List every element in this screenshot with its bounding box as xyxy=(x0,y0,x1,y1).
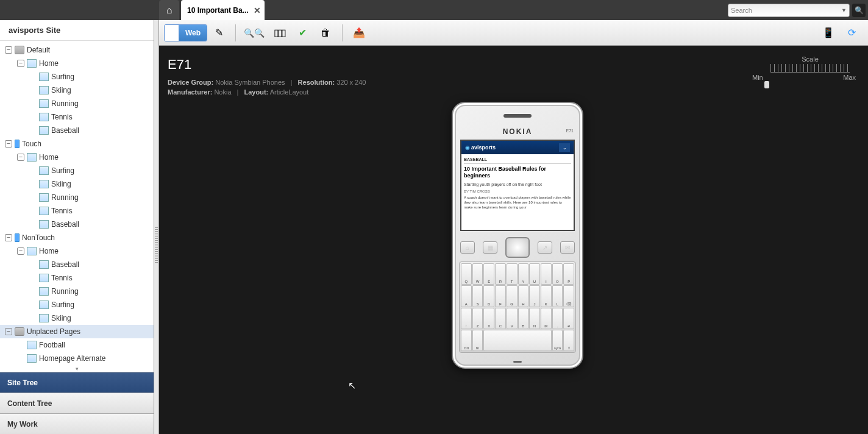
tree-label: Football xyxy=(39,341,65,349)
search-input[interactable]: Search ▼ xyxy=(728,4,850,17)
site-brand: avisports xyxy=(471,144,496,151)
tree-toggle xyxy=(29,100,37,107)
node-touch-running[interactable]: Running xyxy=(0,191,154,204)
tree-toggle[interactable]: − xyxy=(17,60,24,67)
node-default-skiing[interactable]: Skiing xyxy=(0,84,154,97)
node-default-home[interactable]: −Home xyxy=(0,57,154,70)
panel-my-work[interactable]: My Work xyxy=(0,413,154,434)
phone-key: N xyxy=(529,308,540,329)
chevron-down-icon[interactable]: ⌄ xyxy=(559,143,570,152)
scale-control[interactable]: Scale Min Max xyxy=(764,55,856,81)
node-touch-tennis[interactable]: Tennis xyxy=(0,204,154,218)
node-touch-skiing[interactable]: Skiing xyxy=(0,177,154,191)
chevron-down-icon[interactable]: ▼ xyxy=(841,7,847,13)
tree-label: Home xyxy=(39,59,59,68)
view-web-thumb xyxy=(165,25,179,41)
phone-key: S xyxy=(472,285,483,307)
node-default-baseball[interactable]: Baseball xyxy=(0,124,154,137)
tree-label: Surfing xyxy=(51,73,74,81)
node-default-tennis[interactable]: Tennis xyxy=(0,110,154,124)
folder-icon xyxy=(15,327,24,336)
node-unplaced[interactable]: −Unplaced Pages xyxy=(0,325,154,338)
node-nontouch-surfing[interactable]: Surfing xyxy=(0,298,154,311)
phone-key: A xyxy=(461,285,472,307)
tree-toggle[interactable]: − xyxy=(17,247,24,255)
node-nontouch-baseball[interactable]: Baseball xyxy=(0,258,154,271)
node-nontouch[interactable]: −NonTouch xyxy=(0,231,154,244)
node-football[interactable]: Football xyxy=(0,338,154,352)
tree-scroll-down[interactable]: ▾ xyxy=(0,366,154,372)
devices-button[interactable]: ▯▯▯ xyxy=(270,24,288,42)
document-tab-title: 10 Important Ba... xyxy=(187,6,249,15)
document-tab[interactable]: 10 Important Ba... ✕ xyxy=(181,0,265,20)
tree-toggle[interactable]: − xyxy=(17,154,24,161)
site-tree[interactable]: −Default−HomeSurfingSkiingRunningTennisB… xyxy=(0,41,154,366)
search-button[interactable]: 🔍 xyxy=(852,4,866,17)
tree-label: Default xyxy=(27,46,50,54)
home-tab[interactable]: ⌂ xyxy=(159,0,179,20)
node-touch[interactable]: −Touch xyxy=(0,137,154,151)
refresh-button[interactable]: ⟳ xyxy=(842,24,861,42)
node-default-running[interactable]: Running xyxy=(0,97,154,110)
home-icon: ⌂ xyxy=(166,5,173,16)
phone-key: X xyxy=(483,308,494,329)
node-touch-home[interactable]: −Home xyxy=(0,151,154,164)
page-icon xyxy=(27,59,37,68)
tree-label: Home xyxy=(39,247,59,255)
top-bar: ⌂ 10 Important Ba... ✕ Search ▼ 🔍 xyxy=(0,0,868,20)
site-header[interactable]: ◉ avisports ⌄ xyxy=(461,141,574,154)
toolbar: Web ✎ 🔍🔍 ▯▯▯ ✔ 🗑 📤 📱 ⟳ xyxy=(159,20,868,46)
page-icon xyxy=(39,220,49,229)
panel-content-tree[interactable]: Content Tree xyxy=(0,393,154,413)
node-touch-baseball[interactable]: Baseball xyxy=(0,218,154,231)
binoculars-button[interactable]: 🔍🔍 xyxy=(243,24,265,42)
panel-site-tree[interactable]: Site Tree xyxy=(0,372,154,393)
phone-key: U xyxy=(529,263,540,285)
phone-key: L xyxy=(552,285,563,307)
close-icon[interactable]: ✕ xyxy=(254,5,261,15)
tree-toggle xyxy=(29,301,37,308)
node-nontouch-home[interactable]: −Home xyxy=(0,244,154,258)
tree-toggle[interactable]: − xyxy=(5,234,12,241)
phone-key: O xyxy=(552,263,563,285)
node-nontouch-tennis[interactable]: Tennis xyxy=(0,271,154,285)
tree-toggle[interactable]: − xyxy=(5,328,12,335)
refresh-icon: ⟳ xyxy=(848,27,856,38)
phone-key: P xyxy=(563,263,574,285)
tree-toggle[interactable]: − xyxy=(5,140,12,148)
node-default[interactable]: −Default xyxy=(0,43,154,57)
tree-label: NonTouch xyxy=(22,233,55,242)
page-icon xyxy=(39,73,49,81)
phone-key: . xyxy=(552,308,563,329)
binoculars-icon: 🔍🔍 xyxy=(244,28,265,38)
view-web-button[interactable]: Web xyxy=(164,24,207,41)
tree-toggle xyxy=(29,127,37,134)
node-default-surfing[interactable]: Surfing xyxy=(0,70,154,84)
phone-key: H xyxy=(518,285,529,307)
node-nontouch-skiing[interactable]: Skiing xyxy=(0,311,154,325)
sidebar-collapse[interactable] xyxy=(154,20,159,434)
phone-key: Q xyxy=(461,263,472,285)
tree-toggle xyxy=(29,207,37,215)
export-button[interactable]: 📤 xyxy=(350,24,368,42)
phone-key: I xyxy=(541,263,552,285)
page-icon xyxy=(39,301,49,309)
check-icon: ✔ xyxy=(299,27,307,38)
delete-button[interactable]: 🗑 xyxy=(316,24,335,42)
tree-toggle xyxy=(29,87,37,94)
mobile-view-button[interactable]: 📱 xyxy=(819,24,838,42)
page-icon xyxy=(39,99,49,108)
approve-button[interactable]: ✔ xyxy=(293,24,311,42)
tree-label: Running xyxy=(51,193,79,202)
node-nontouch-running[interactable]: Running xyxy=(0,285,154,298)
node-homepage-alt[interactable]: Homepage Alternate xyxy=(0,352,154,365)
phone-dpad xyxy=(505,237,530,258)
node-touch-surfing[interactable]: Surfing xyxy=(0,164,154,177)
tree-label: Touch xyxy=(22,140,41,148)
cursor-icon: ↖ xyxy=(348,380,356,391)
scale-knob[interactable] xyxy=(764,81,769,88)
phone-key: M xyxy=(541,308,552,329)
tree-toggle[interactable]: − xyxy=(5,46,12,54)
edit-button[interactable]: ✎ xyxy=(210,24,228,42)
phone-key: W xyxy=(472,263,483,285)
